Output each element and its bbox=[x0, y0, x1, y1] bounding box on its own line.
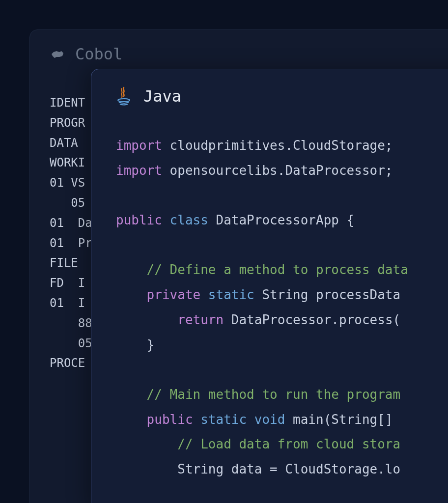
java-line: } bbox=[116, 333, 448, 358]
java-code-area: import cloudprimitives.CloudStorage; imp… bbox=[91, 123, 448, 492]
java-comment: // Define a method to process data bbox=[116, 257, 448, 282]
java-icon bbox=[116, 86, 132, 106]
java-comment: // Main method to run the program bbox=[116, 382, 448, 407]
java-line: String data = CloudStorage.lo bbox=[116, 457, 448, 482]
java-line: return DataProcessor.process( bbox=[116, 307, 448, 333]
cobol-title: Cobol bbox=[75, 45, 122, 63]
svg-point-0 bbox=[118, 99, 130, 102]
java-line: import opensourcelibs.DataProcessor; bbox=[116, 158, 448, 183]
java-line bbox=[116, 233, 448, 258]
java-title: Java bbox=[143, 87, 181, 106]
rhino-icon bbox=[50, 46, 65, 62]
java-line bbox=[116, 357, 448, 382]
java-header: Java bbox=[91, 69, 448, 123]
java-line: import cloudprimitives.CloudStorage; bbox=[116, 133, 448, 158]
java-line: public class DataProcessorApp { bbox=[116, 208, 448, 233]
java-window: Java import cloudprimitives.CloudStorage… bbox=[91, 69, 448, 503]
java-line bbox=[116, 183, 448, 208]
java-comment: // Load data from cloud stora bbox=[116, 432, 448, 457]
java-line: public static void main(String[] bbox=[116, 407, 448, 432]
java-line: private static String processData bbox=[116, 282, 448, 307]
